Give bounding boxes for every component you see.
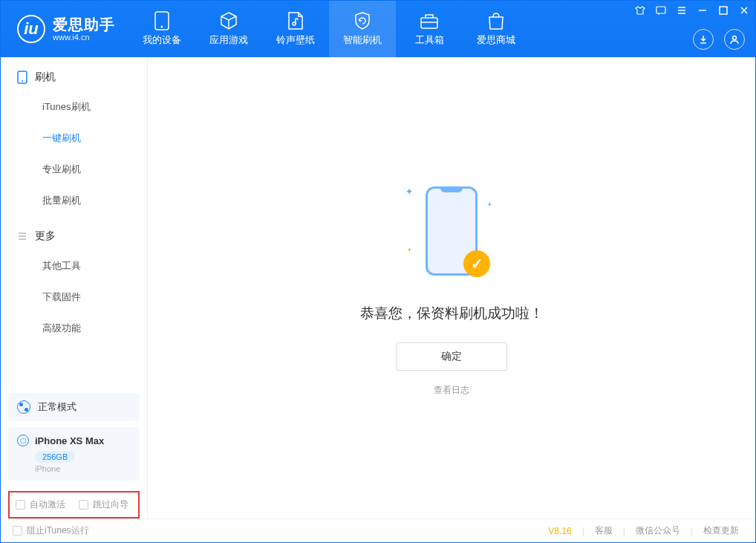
sparkle-icon: ✦ bbox=[487, 201, 492, 208]
device-box[interactable]: ▢ iPhone XS Max 256GB iPhone bbox=[8, 427, 140, 481]
checkbox-block-itunes[interactable]: 阻止iTunes运行 bbox=[13, 524, 89, 537]
sidebar-item-advanced[interactable]: 高级功能 bbox=[1, 313, 147, 344]
checkbox-icon bbox=[16, 500, 25, 510]
toolbox-icon bbox=[420, 11, 439, 30]
device-storage-badge: 256GB bbox=[35, 451, 75, 463]
device-icon bbox=[152, 11, 172, 30]
music-file-icon bbox=[286, 11, 305, 30]
svg-point-6 bbox=[733, 36, 737, 40]
nav-label: 我的设备 bbox=[143, 33, 181, 47]
menu-icon[interactable] bbox=[677, 5, 687, 16]
nav-label: 应用游戏 bbox=[209, 33, 248, 47]
svg-point-8 bbox=[22, 80, 23, 82]
nav-label: 铃声壁纸 bbox=[276, 33, 315, 47]
download-button[interactable] bbox=[693, 29, 714, 50]
checkbox-label: 阻止iTunes运行 bbox=[27, 524, 89, 537]
cube-icon bbox=[219, 11, 238, 30]
nav-label: 智能刷机 bbox=[343, 33, 382, 47]
body-area: 刷机 iTunes刷机 一键刷机 专业刷机 批量刷机 更多 其他工具 下载固件 … bbox=[1, 57, 755, 518]
sidebar-items-flash: iTunes刷机 一键刷机 专业刷机 批量刷机 bbox=[1, 91, 147, 216]
section-title: 刷机 bbox=[35, 71, 56, 84]
minimize-button[interactable] bbox=[697, 5, 708, 16]
sidebar-item-batch[interactable]: 批量刷机 bbox=[1, 185, 147, 216]
nav-tab-flash[interactable]: 智能刷机 bbox=[329, 1, 396, 57]
nav-tab-store[interactable]: 爱思商城 bbox=[463, 1, 529, 57]
device-small-icon: ▢ bbox=[17, 435, 29, 446]
footer-link-support[interactable]: 客服 bbox=[590, 524, 617, 537]
sidebar-section-more: 更多 bbox=[1, 216, 147, 250]
nav-tab-apps[interactable]: 应用游戏 bbox=[195, 1, 262, 57]
section-title: 更多 bbox=[35, 230, 56, 243]
checkbox-skip-guide[interactable]: 跳过向导 bbox=[79, 498, 128, 511]
sidebar-items-more: 其他工具 下载固件 高级功能 bbox=[1, 250, 147, 344]
sidebar: 刷机 iTunes刷机 一键刷机 专业刷机 批量刷机 更多 其他工具 下载固件 … bbox=[1, 57, 148, 518]
mode-box[interactable]: 正常模式 bbox=[8, 393, 140, 421]
logo-icon: iu bbox=[17, 15, 45, 43]
main-content: ✦ ✦ ✦ ✓ 恭喜您，保资料刷机成功啦！ 确定 查看日志 bbox=[148, 57, 755, 518]
checkbox-label: 自动激活 bbox=[30, 498, 65, 511]
svg-point-2 bbox=[293, 22, 296, 25]
app-url: www.i4.cn bbox=[53, 33, 115, 42]
nav-label: 工具箱 bbox=[415, 33, 444, 47]
nav-tab-device[interactable]: 我的设备 bbox=[128, 1, 195, 57]
phone-notch bbox=[440, 186, 463, 192]
list-icon bbox=[17, 231, 27, 241]
feedback-icon[interactable] bbox=[656, 5, 666, 16]
maximize-button[interactable] bbox=[718, 5, 729, 16]
bag-icon bbox=[486, 11, 506, 30]
version-label: V8.16 bbox=[548, 526, 571, 536]
shirt-icon[interactable] bbox=[635, 5, 645, 16]
svg-rect-5 bbox=[720, 7, 727, 14]
app-window: iu 爱思助手 www.i4.cn 我的设备 应用游戏 bbox=[0, 0, 756, 543]
device-type: iPhone bbox=[35, 464, 131, 473]
sidebar-item-othertools[interactable]: 其他工具 bbox=[1, 250, 147, 282]
sidebar-item-firmware[interactable]: 下载固件 bbox=[1, 282, 147, 313]
sidebar-section-flash: 刷机 bbox=[1, 57, 147, 91]
confirm-button[interactable]: 确定 bbox=[396, 342, 507, 371]
phone-icon bbox=[17, 71, 27, 84]
user-button[interactable] bbox=[724, 29, 745, 50]
titlebar: iu 爱思助手 www.i4.cn 我的设备 应用游戏 bbox=[1, 1, 755, 57]
view-log-link[interactable]: 查看日志 bbox=[434, 384, 469, 397]
sparkle-icon: ✦ bbox=[407, 247, 412, 253]
nav-tab-toolbox[interactable]: 工具箱 bbox=[396, 1, 463, 57]
sidebar-item-pro[interactable]: 专业刷机 bbox=[1, 154, 147, 185]
device-name: iPhone XS Max bbox=[35, 435, 104, 446]
nav-tabs: 我的设备 应用游戏 铃声壁纸 智能刷机 bbox=[128, 1, 529, 57]
logo-area: iu 爱思助手 www.i4.cn bbox=[1, 1, 128, 57]
shield-refresh-icon bbox=[353, 11, 372, 30]
title-circle-buttons bbox=[693, 29, 745, 50]
sidebar-item-oneclick[interactable]: 一键刷机 bbox=[1, 123, 147, 154]
nav-label: 爱思商城 bbox=[477, 33, 515, 47]
footer-link-wechat[interactable]: 微信公众号 bbox=[631, 524, 685, 537]
footer-link-update[interactable]: 检查更新 bbox=[699, 524, 743, 537]
window-controls bbox=[635, 5, 749, 16]
footer: 阻止iTunes运行 V8.16 | 客服 | 微信公众号 | 检查更新 bbox=[1, 518, 755, 542]
nav-tab-ringtone[interactable]: 铃声壁纸 bbox=[262, 1, 329, 57]
logo-text: 爱思助手 www.i4.cn bbox=[53, 16, 115, 42]
sparkle-icon: ✦ bbox=[405, 186, 413, 197]
footer-right: V8.16 | 客服 | 微信公众号 | 检查更新 bbox=[548, 524, 743, 537]
svg-rect-3 bbox=[421, 18, 437, 28]
mode-icon bbox=[17, 400, 30, 414]
highlight-options: 自动激活 跳过向导 bbox=[8, 491, 140, 518]
sidebar-item-itunes[interactable]: iTunes刷机 bbox=[1, 91, 147, 123]
checkbox-auto-activate[interactable]: 自动激活 bbox=[16, 498, 65, 511]
checkbox-icon bbox=[13, 526, 22, 536]
success-illustration: ✦ ✦ ✦ ✓ bbox=[400, 179, 504, 283]
close-button[interactable] bbox=[739, 5, 749, 16]
svg-point-1 bbox=[161, 26, 163, 28]
check-circle-icon: ✓ bbox=[463, 250, 490, 277]
mode-label: 正常模式 bbox=[38, 400, 76, 414]
success-message: 恭喜您，保资料刷机成功啦！ bbox=[360, 304, 544, 323]
svg-rect-4 bbox=[656, 7, 665, 13]
checkbox-icon bbox=[79, 500, 88, 510]
app-title: 爱思助手 bbox=[53, 16, 115, 33]
checkbox-label: 跳过向导 bbox=[93, 498, 128, 511]
